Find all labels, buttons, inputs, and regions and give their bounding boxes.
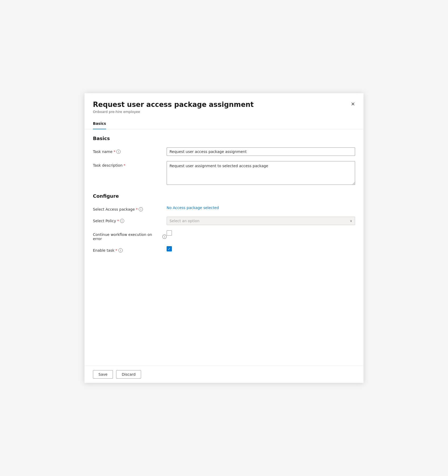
save-button[interactable]: Save [93, 370, 113, 379]
select-policy-info-icon[interactable]: i [120, 219, 124, 223]
access-package-control: No Access package selected [167, 205, 355, 210]
continue-workflow-info-icon[interactable]: i [162, 235, 167, 239]
continue-workflow-label: Continue workflow execution on error i [93, 230, 167, 241]
close-button[interactable]: × [349, 100, 357, 108]
access-package-row: Select Access package * i No Access pack… [93, 205, 355, 211]
continue-workflow-checkbox[interactable] [167, 230, 172, 236]
task-description-textarea[interactable]: Request user assignment to selected acce… [167, 161, 355, 185]
access-package-label: Select Access package * i [93, 205, 167, 211]
dialog-header: Request user access package assignment O… [84, 93, 364, 118]
tab-basics[interactable]: Basics [93, 118, 106, 129]
access-package-link[interactable]: No Access package selected [167, 206, 219, 210]
select-policy-dropdown[interactable]: Select an option ∨ [167, 217, 355, 225]
enable-task-info-icon[interactable]: i [118, 248, 123, 252]
enable-task-label: Enable task * i [93, 246, 167, 252]
configure-section-title: Configure [93, 193, 355, 199]
task-name-info-icon[interactable]: i [116, 150, 121, 154]
discard-button[interactable]: Discard [116, 370, 141, 379]
task-name-required: * [113, 150, 115, 154]
configure-section: Configure Select Access package * i No A… [93, 193, 355, 252]
task-name-input[interactable] [167, 147, 355, 156]
dialog-container: Request user access package assignment O… [84, 93, 364, 383]
access-package-info-icon[interactable]: i [139, 207, 143, 211]
dialog-footer: Save Discard [84, 366, 364, 383]
task-description-control: Request user assignment to selected acce… [167, 161, 355, 186]
select-policy-placeholder: Select an option [170, 219, 200, 223]
task-name-control [167, 147, 355, 156]
select-policy-row: Select Policy * i Select an option ∨ [93, 217, 355, 225]
chevron-down-icon: ∨ [350, 219, 352, 223]
continue-workflow-checkbox-wrapper [167, 230, 355, 236]
dialog-subtitle: Onboard pre-hire employee [93, 110, 355, 114]
close-icon: × [351, 101, 355, 107]
tabs-bar: Basics [84, 118, 364, 129]
enable-task-checkbox[interactable] [167, 246, 172, 251]
enable-task-checkbox-wrapper [167, 246, 355, 251]
select-policy-required: * [117, 219, 119, 223]
dialog-title: Request user access package assignment [93, 101, 355, 109]
enable-task-required: * [116, 248, 117, 252]
task-description-required: * [124, 163, 126, 167]
continue-workflow-row: Continue workflow execution on error i [93, 230, 355, 241]
dialog-body: Basics Task name * i Task description * [84, 129, 364, 366]
select-policy-control: Select an option ∨ [167, 217, 355, 225]
enable-task-row: Enable task * i [93, 246, 355, 252]
continue-workflow-control [167, 230, 355, 236]
task-description-row: Task description * Request user assignme… [93, 161, 355, 186]
basics-section-title: Basics [93, 136, 355, 141]
task-name-row: Task name * i [93, 147, 355, 156]
access-package-required: * [136, 207, 138, 211]
select-policy-label: Select Policy * i [93, 217, 167, 223]
task-description-label: Task description * [93, 161, 167, 167]
enable-task-control [167, 246, 355, 251]
task-name-label: Task name * i [93, 147, 167, 154]
